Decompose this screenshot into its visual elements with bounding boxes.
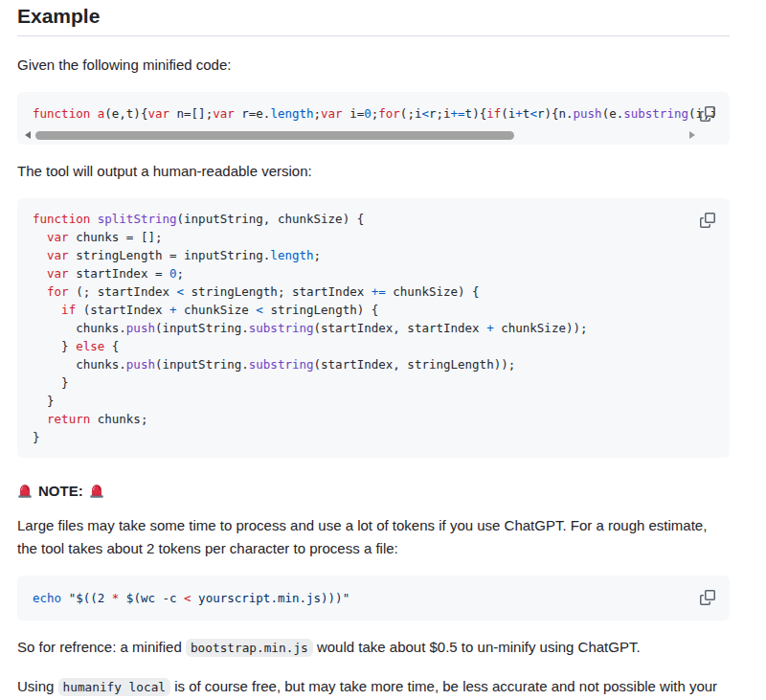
copy-button[interactable] bbox=[694, 207, 721, 234]
copy-icon bbox=[700, 106, 715, 122]
readme-article: Example Given the following minified cod… bbox=[0, 0, 766, 700]
scrollbar-thumb[interactable] bbox=[35, 131, 514, 140]
token-estimate-code-block: echo "$((2 * $(wc -c < yourscript.min.js… bbox=[17, 576, 730, 621]
copy-button[interactable] bbox=[694, 101, 721, 127]
minified-code-text: function a(e,t){var n=[];var r=e.length;… bbox=[33, 104, 714, 123]
note-label: NOTE: bbox=[38, 483, 83, 499]
intro-paragraph: Given the following minified code: bbox=[17, 54, 730, 77]
note-heading: NOTE: bbox=[17, 483, 730, 499]
local-text-before: Using bbox=[17, 678, 58, 694]
rotating-light-emoji bbox=[89, 484, 104, 499]
scroll-right-arrow[interactable] bbox=[689, 131, 695, 139]
readable-code-text: function splitString(inputString, chunkS… bbox=[33, 210, 714, 446]
copy-icon bbox=[700, 590, 715, 605]
rotating-light-emoji bbox=[17, 484, 33, 499]
minified-code-block: function a(e,t){var n=[];var r=e.length;… bbox=[17, 92, 730, 145]
page-title: Example bbox=[17, 5, 730, 36]
copy-icon bbox=[700, 213, 715, 228]
output-paragraph: The tool will output a human-readable ve… bbox=[17, 160, 730, 183]
inline-code-humanify-local: humanify local bbox=[58, 678, 170, 696]
horizontal-scrollbar bbox=[25, 129, 718, 141]
reference-text-before: So for refrence: a minified bbox=[17, 639, 186, 655]
reference-paragraph: So for refrence: a minified bootstrap.mi… bbox=[17, 636, 730, 660]
inline-code-bootstrap: bootstrap.min.js bbox=[186, 639, 313, 657]
token-estimate-code-text: echo "$((2 * $(wc -c < yourscript.min.js… bbox=[33, 589, 714, 607]
reference-text-after: would take about $0.5 to un-minify using… bbox=[313, 639, 641, 655]
tokens-paragraph: Large files may take some time to proces… bbox=[17, 514, 730, 560]
readable-code-block: function splitString(inputString, chunkS… bbox=[17, 198, 730, 458]
local-paragraph: Using humanify local is of course free, … bbox=[17, 675, 730, 700]
scroll-left-arrow[interactable] bbox=[25, 131, 31, 139]
copy-button[interactable] bbox=[694, 584, 721, 611]
